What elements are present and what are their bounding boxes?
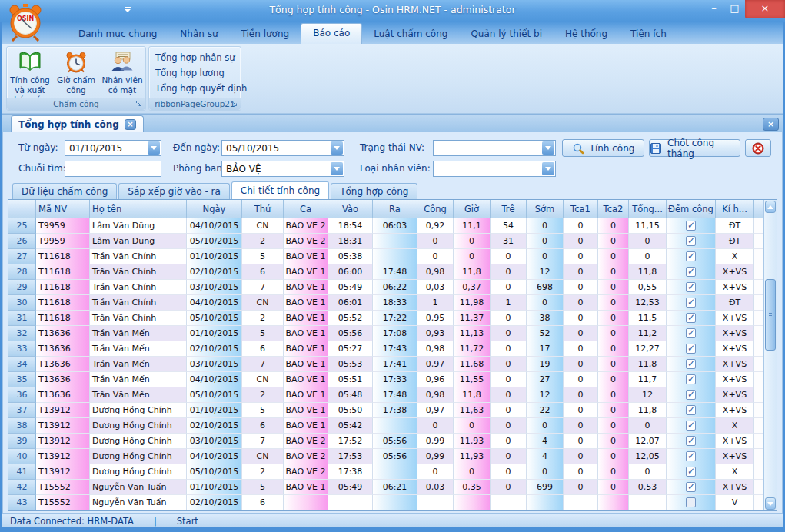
cell-tca2[interactable]: 0 — [598, 295, 629, 311]
cell-ki-hieu[interactable]: X — [716, 418, 754, 434]
cell-ma-nv[interactable]: T11618 — [36, 264, 90, 280]
cell-thu[interactable]: 2 — [242, 311, 284, 326]
cell-ki-hieu[interactable]: X+VS — [716, 311, 754, 326]
cell-ngay[interactable]: 05/10/2015 — [187, 464, 242, 480]
ribbon-item-tong-hop-quyet-dinh[interactable]: Tổng hợp quyết định — [149, 81, 241, 95]
column-header-ho-ten[interactable]: Họ tên — [90, 200, 187, 218]
cell-ki-hieu[interactable]: X+VS — [716, 372, 754, 387]
cell-ho-ten[interactable]: Trần Văn Mến — [90, 372, 187, 387]
dem-cong-checkbox[interactable] — [686, 482, 696, 492]
ribbon-tab-he-thong[interactable]: Hệ thống — [554, 25, 619, 44]
cell-tca1[interactable]: 0 — [564, 341, 598, 357]
cell-tong[interactable]: 12,07 — [629, 434, 667, 449]
cell-ngay[interactable]: 02/10/2015 — [187, 418, 242, 434]
cell-tca2[interactable] — [598, 495, 629, 510]
cell-tca1[interactable]: 0 — [564, 234, 598, 249]
cell-thu[interactable]: CN — [242, 218, 284, 234]
cell-ra[interactable]: 17:43 — [373, 341, 417, 357]
cell-tca1[interactable]: 0 — [564, 387, 598, 403]
cell-tca1[interactable]: 0 — [564, 280, 598, 295]
cell-cong[interactable]: 0,03 — [417, 280, 454, 295]
cell-som[interactable]: 17 — [527, 341, 564, 357]
cell-som[interactable]: 4 — [527, 434, 564, 449]
cell-ca[interactable]: BAO VE 1 — [284, 264, 328, 280]
cell-ki-hieu[interactable]: X+VS — [716, 387, 754, 403]
cell-som[interactable]: 52 — [527, 326, 564, 341]
cell-tre[interactable]: 0 — [491, 311, 527, 326]
cell-tong[interactable] — [629, 495, 667, 510]
cell-ki-hieu[interactable]: X+VS — [716, 264, 754, 280]
cell-cong[interactable]: 0,03 — [417, 480, 454, 495]
cell-cong[interactable]: 0,97 — [417, 357, 454, 372]
cell-ngay[interactable]: 05/10/2015 — [187, 311, 242, 326]
cell-ki-hieu[interactable]: X+VS — [716, 449, 754, 464]
cell-thu[interactable]: 7 — [242, 357, 284, 372]
cell-ki-hieu[interactable]: X+VS — [716, 480, 754, 495]
cell-vao[interactable]: 05:48 — [328, 387, 373, 403]
row-header[interactable]: 32 — [8, 326, 36, 341]
cell-tca2[interactable]: 0 — [598, 280, 629, 295]
view-tab-chi-tiet-tinh-cong[interactable]: Chi tiết tính công — [231, 181, 329, 199]
cell-ra[interactable] — [373, 418, 417, 434]
cell-tre[interactable]: 31 — [491, 234, 527, 249]
ribbon-item-tong-hop-luong[interactable]: Tổng hợp lương — [149, 66, 241, 80]
cell-tre[interactable]: 0 — [491, 449, 527, 464]
dem-cong-checkbox[interactable] — [686, 451, 696, 461]
cell-tca2[interactable]: 0 — [598, 449, 629, 464]
column-header-tca2[interactable]: Tca2 — [598, 200, 629, 218]
cell-ca[interactable] — [284, 495, 328, 510]
cell-som[interactable]: 0 — [527, 249, 564, 264]
cell-gio[interactable]: 11,8 — [454, 264, 491, 280]
cell-thu[interactable]: 2 — [242, 387, 284, 403]
cell-ngay[interactable]: 02/10/2015 — [187, 264, 242, 280]
cell-tong[interactable]: 11,15 — [629, 218, 667, 234]
cell-tca2[interactable]: 0 — [598, 341, 629, 357]
cell-tca2[interactable]: 0 — [598, 218, 629, 234]
cell-ki-hieu[interactable]: X+VS — [716, 357, 754, 372]
cell-tca1[interactable]: 0 — [564, 357, 598, 372]
cell-tong[interactable]: 0,55 — [629, 280, 667, 295]
cell-som[interactable]: 0 — [527, 418, 564, 434]
cell-ngay[interactable]: 01/10/2015 — [187, 326, 242, 341]
cell-thu[interactable]: 6 — [242, 418, 284, 434]
cell-tca2[interactable]: 0 — [598, 311, 629, 326]
cell-tca2[interactable]: 0 — [598, 264, 629, 280]
cell-som[interactable]: 699 — [527, 480, 564, 495]
cell-ca[interactable]: BAO VE 2 — [284, 464, 328, 480]
cell-ca[interactable]: BAO VE 1 — [284, 326, 328, 341]
cell-tca2[interactable]: 0 — [598, 357, 629, 372]
row-header[interactable]: 38 — [8, 418, 36, 434]
cell-ho-ten[interactable]: Trần Văn Mến — [90, 387, 187, 403]
chevron-down-icon[interactable] — [331, 141, 343, 155]
cell-gio[interactable]: 0 — [454, 418, 491, 434]
dialog-launcher-icon[interactable] — [231, 100, 238, 108]
cell-cong[interactable]: 0,96 — [417, 372, 454, 387]
ribbon-tab-bao-cao[interactable]: Báo cáo — [301, 23, 362, 44]
chot-cong-thang-button[interactable]: Chốt công tháng — [649, 139, 740, 157]
cell-cong[interactable]: 0,95 — [417, 311, 454, 326]
cell-ho-ten[interactable]: Dương Hồng Chính — [90, 403, 187, 418]
close-button[interactable]: × — [745, 0, 785, 18]
cell-tre[interactable]: 0 — [491, 403, 527, 418]
cell-tca2[interactable]: 0 — [598, 403, 629, 418]
cell-ra[interactable]: 05:56 — [373, 449, 417, 464]
chevron-down-icon[interactable] — [542, 141, 554, 155]
status-start[interactable]: Start — [177, 516, 198, 527]
cell-tong[interactable]: 11,2 — [629, 326, 667, 341]
cell-vao[interactable]: 17:52 — [328, 434, 373, 449]
cell-cong[interactable]: 0,97 — [417, 403, 454, 418]
cell-tca1[interactable]: 0 — [564, 264, 598, 280]
cell-gio[interactable]: 0 — [454, 234, 491, 249]
cell-tca1[interactable]: 0 — [564, 218, 598, 234]
cell-ngay[interactable]: 02/10/2015 — [187, 341, 242, 357]
cell-ho-ten[interactable]: Dương Hồng Chính — [90, 449, 187, 464]
dialog-launcher-icon[interactable] — [135, 100, 143, 108]
cell-som[interactable]: 0 — [527, 464, 564, 480]
dem-cong-checkbox[interactable] — [686, 344, 696, 354]
column-header-vao[interactable]: Vào — [328, 200, 373, 218]
cell-ho-ten[interactable]: Lâm Văn Dũng — [90, 218, 187, 234]
cell-ngay[interactable]: 04/10/2015 — [187, 372, 242, 387]
cell-som[interactable]: 22 — [527, 403, 564, 418]
scroll-down-icon[interactable] — [765, 497, 776, 510]
view-tab-tong-hop-cong[interactable]: Tổng hợp công — [331, 183, 417, 199]
